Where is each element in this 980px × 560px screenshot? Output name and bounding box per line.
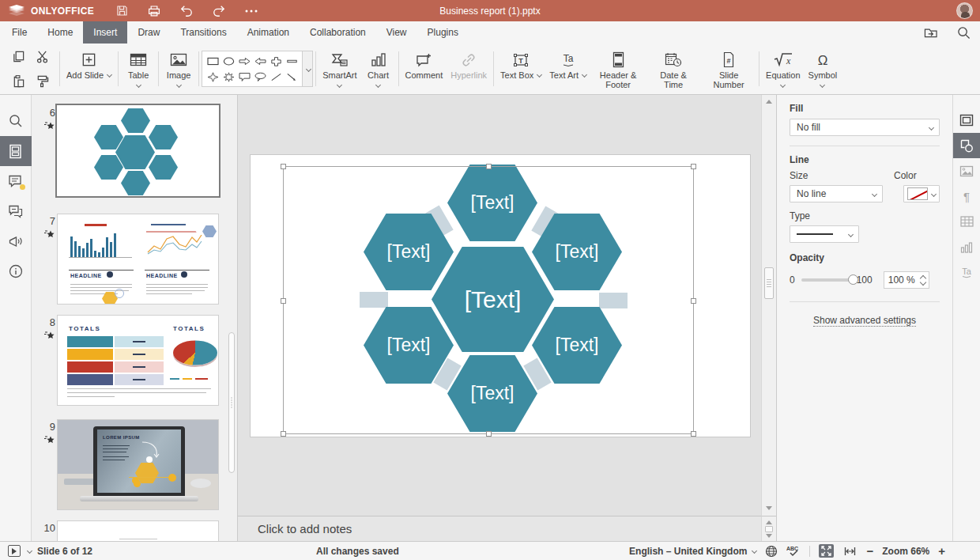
hexagon-text[interactable]: [Text] bbox=[471, 383, 514, 404]
slide-7-thumbnail[interactable]: HEADLINE HEADLINE bbox=[57, 214, 219, 305]
opacity-spinner[interactable]: 100 % bbox=[884, 271, 929, 289]
zoom-level-label[interactable]: Zoom 66% bbox=[882, 546, 929, 557]
shape-ellipse[interactable] bbox=[220, 53, 236, 69]
scrollbar-thumb[interactable] bbox=[764, 267, 774, 299]
resize-handle-e[interactable] bbox=[691, 298, 696, 304]
chart-settings-button[interactable] bbox=[953, 234, 980, 259]
more-actions-button[interactable] bbox=[240, 0, 262, 21]
comments-panel-button[interactable] bbox=[0, 166, 32, 196]
smartart-hexagon-top[interactable]: [Text] bbox=[447, 165, 537, 241]
tab-plugins[interactable]: Plugins bbox=[417, 21, 469, 44]
find-button[interactable] bbox=[0, 106, 32, 136]
textart-settings-button[interactable]: Ta bbox=[953, 259, 980, 285]
start-slideshow-button[interactable] bbox=[8, 545, 21, 557]
notes-scroll-down-button[interactable] bbox=[766, 534, 772, 538]
language-chevron[interactable] bbox=[752, 548, 757, 554]
notes-scroll-up-button[interactable] bbox=[766, 520, 772, 524]
copy-button[interactable] bbox=[6, 44, 30, 69]
user-avatar[interactable] bbox=[956, 2, 973, 19]
shape-line[interactable] bbox=[268, 69, 284, 85]
hexagon-text[interactable]: [Text] bbox=[556, 241, 599, 263]
thumbnails-scrollbar-thumb[interactable] bbox=[228, 332, 235, 473]
zoom-out-button[interactable]: − bbox=[866, 544, 873, 558]
image-button[interactable]: Image bbox=[161, 44, 196, 94]
resize-handle-s[interactable] bbox=[486, 431, 492, 437]
fit-to-slide-button[interactable] bbox=[819, 544, 834, 558]
image-settings-button[interactable] bbox=[953, 158, 980, 184]
shape-star-4[interactable] bbox=[205, 69, 220, 85]
line-color-picker[interactable] bbox=[903, 185, 940, 202]
slideshow-options-chevron[interactable] bbox=[27, 548, 32, 554]
tab-file[interactable]: File bbox=[2, 21, 37, 44]
slide-thumbnail-item-6[interactable]: 6 bbox=[40, 105, 234, 202]
slides-panel-button[interactable] bbox=[0, 136, 32, 166]
language-label[interactable]: English – United Kingdom bbox=[629, 546, 747, 557]
hexagon-text[interactable]: [Text] bbox=[471, 192, 514, 214]
hexagon-text[interactable]: [Text] bbox=[465, 286, 522, 313]
shape-arrow-right[interactable] bbox=[236, 53, 252, 69]
slide-thumbnail-item-7[interactable]: 7 HEADLINE bbox=[40, 214, 234, 306]
notes-scrollbar-thumb[interactable] bbox=[765, 526, 773, 532]
smartart-button[interactable]: SmartArt bbox=[318, 44, 360, 94]
table-settings-button[interactable] bbox=[953, 209, 980, 234]
shape-arrow-line[interactable] bbox=[284, 69, 300, 85]
document-language-icon[interactable] bbox=[765, 545, 778, 558]
shape-minus[interactable] bbox=[284, 53, 300, 69]
resize-handle-ne[interactable] bbox=[691, 164, 696, 169]
table-button[interactable]: Table bbox=[121, 44, 156, 94]
slide-6-thumbnail[interactable] bbox=[55, 104, 220, 198]
chart-button[interactable]: Chart bbox=[361, 44, 396, 94]
undo-button[interactable] bbox=[175, 0, 198, 21]
line-type-select[interactable] bbox=[790, 225, 859, 243]
shapes-gallery-expand-button[interactable] bbox=[303, 51, 313, 87]
slide-canvas[interactable]: [Text] [Text] [Text] [Text] [Text] [Text… bbox=[237, 95, 761, 516]
shape-callout-rect[interactable] bbox=[236, 69, 252, 85]
symbol-button[interactable]: Ω Symbol bbox=[805, 44, 842, 94]
shape-arrow-left[interactable] bbox=[252, 53, 268, 69]
shape-plus[interactable] bbox=[268, 53, 284, 69]
search-icon[interactable] bbox=[955, 24, 972, 41]
slide-settings-button[interactable] bbox=[953, 108, 980, 133]
tab-view[interactable]: View bbox=[376, 21, 417, 44]
scroll-up-button[interactable] bbox=[762, 95, 776, 108]
cut-button[interactable] bbox=[30, 44, 54, 69]
text-box-button[interactable]: T Text Box bbox=[496, 44, 545, 94]
header-footer-button[interactable]: Header & Footer bbox=[590, 44, 646, 94]
about-button[interactable] bbox=[0, 256, 32, 286]
shape-rectangle[interactable] bbox=[205, 53, 220, 69]
resize-handle-w[interactable] bbox=[281, 298, 286, 304]
shape-star-8[interactable] bbox=[220, 69, 236, 85]
scroll-down-button[interactable] bbox=[762, 501, 776, 514]
slide-9-thumbnail[interactable]: LOREM IPSUM bbox=[57, 419, 219, 510]
comment-button[interactable]: Comment bbox=[401, 44, 447, 94]
slide-thumbnail-item-9[interactable]: 9 LOREM IPSUM bbox=[40, 419, 234, 512]
slide-editing-area[interactable]: [Text] [Text] [Text] [Text] [Text] [Text… bbox=[251, 155, 750, 437]
smartart-hexagon-center[interactable]: [Text] bbox=[432, 247, 554, 352]
tab-transitions[interactable]: Transitions bbox=[170, 21, 236, 44]
line-size-select[interactable]: No line bbox=[790, 185, 883, 202]
resize-handle-se[interactable] bbox=[691, 431, 696, 437]
tab-insert[interactable]: Insert bbox=[83, 21, 127, 44]
format-painter-button[interactable] bbox=[30, 69, 54, 93]
paste-button[interactable] bbox=[6, 69, 30, 93]
resize-handle-nw[interactable] bbox=[281, 164, 286, 169]
hexagon-text[interactable]: [Text] bbox=[387, 335, 431, 356]
feedback-button[interactable] bbox=[0, 226, 32, 256]
hexagon-text[interactable]: [Text] bbox=[387, 241, 431, 263]
tab-draw[interactable]: Draw bbox=[127, 21, 170, 44]
redo-button[interactable] bbox=[208, 0, 230, 21]
resize-handle-sw[interactable] bbox=[281, 431, 286, 437]
tab-collaboration[interactable]: Collaboration bbox=[300, 21, 376, 44]
shape-callout-oval[interactable] bbox=[252, 69, 268, 85]
notes-area[interactable]: Click to add notes bbox=[237, 516, 761, 541]
slide-8-thumbnail[interactable]: TOTALS TOTALS bbox=[57, 315, 219, 406]
opacity-decrease-button[interactable] bbox=[920, 280, 926, 286]
advanced-settings-link[interactable]: Show advanced settings bbox=[790, 315, 940, 326]
tab-home[interactable]: Home bbox=[37, 21, 83, 44]
tab-animation[interactable]: Animation bbox=[237, 21, 300, 44]
slide-thumbnail-item-10[interactable]: 10 bbox=[40, 520, 234, 541]
add-slide-button[interactable]: Add Slide bbox=[62, 44, 115, 94]
chat-panel-button[interactable] bbox=[0, 196, 32, 226]
date-time-button[interactable]: Date & Time bbox=[646, 44, 701, 94]
fit-to-width-button[interactable] bbox=[842, 544, 858, 558]
